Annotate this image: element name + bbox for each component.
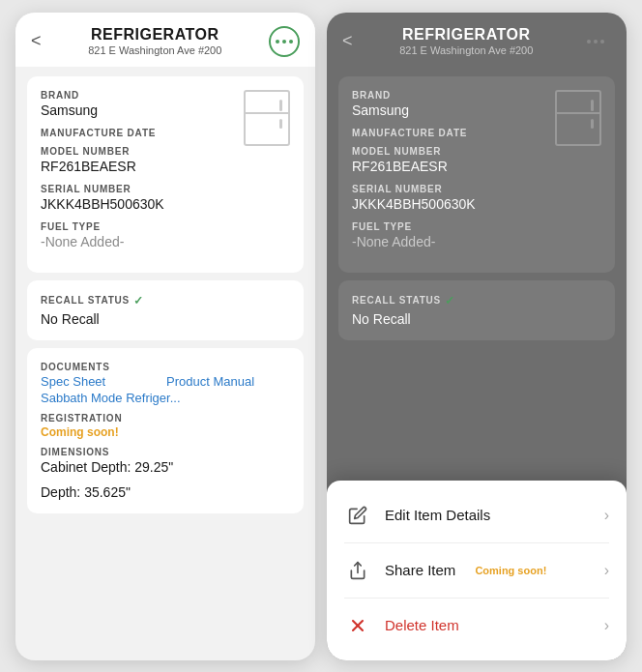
share-chevron: ›: [604, 562, 609, 579]
right-recall-label: RECALL STATUS ✓: [352, 294, 601, 307]
product-manual-link[interactable]: Product Manual: [166, 374, 290, 389]
share-label: Share Item: [385, 562, 455, 578]
right-back-button[interactable]: <: [342, 31, 353, 51]
right-model-value: RF261BEAESR: [352, 159, 601, 174]
share-badge: Coming soon!: [475, 565, 546, 576]
fridge-handle-bottom: [279, 119, 282, 129]
dot1: [276, 40, 279, 44]
right-header: < REFRIGERATOR 821 E Washington Ave #200: [327, 13, 627, 67]
documents-card: DOCUMENTS Spec Sheet Product Manual Sabb…: [27, 348, 304, 513]
brand-label: BRAND: [41, 90, 234, 101]
doc-links: Spec Sheet Product Manual Sabbath Mode R…: [41, 374, 290, 405]
r-dot2: [594, 40, 598, 44]
action-menu: Edit Item Details › Share Item Coming so…: [327, 481, 627, 660]
right-brand-value: Samsung: [352, 102, 545, 118]
edit-item-action[interactable]: Edit Item Details ›: [327, 488, 627, 542]
right-recall-check: ✓: [445, 294, 455, 307]
left-header: < REFRIGERATOR 821 E Washington Ave #200: [15, 13, 315, 67]
right-appliance-details: BRAND Samsung MANUFACTURE DATE: [352, 90, 545, 140]
edit-item-left: Edit Item Details: [344, 502, 490, 529]
appliance-details: BRAND Samsung MANUFACTURE DATE: [41, 90, 234, 140]
dot2: [282, 40, 286, 44]
delete-label: Delete Item: [385, 617, 459, 633]
delete-icon: [344, 612, 371, 639]
right-fridge-icon: [555, 90, 601, 146]
left-content: BRAND Samsung MANUFACTURE DATE MODEL NUM…: [15, 67, 315, 660]
right-menu-dots: [587, 40, 604, 44]
recall-check: ✓: [133, 294, 144, 307]
edit-label: Edit Item Details: [385, 507, 490, 523]
right-serial-label: SERIAL NUMBER: [352, 184, 601, 194]
recall-value: No Recall: [41, 311, 290, 327]
right-manufacture-label: MANUFACTURE DATE: [352, 128, 545, 138]
spec-sheet-link[interactable]: Spec Sheet: [41, 374, 164, 389]
model-label: MODEL NUMBER: [41, 146, 290, 157]
appliance-row: BRAND Samsung MANUFACTURE DATE: [41, 90, 290, 146]
right-serial-value: JKKK4BBH500630K: [352, 196, 601, 212]
fuel-value: -None Added-: [41, 234, 290, 249]
appliance-info-card: BRAND Samsung MANUFACTURE DATE MODEL NUM…: [27, 76, 304, 273]
r-dot3: [600, 40, 604, 44]
right-fuel-value: -None Added-: [352, 234, 601, 249]
left-header-center: REFRIGERATOR 821 E Washington Ave #200: [42, 26, 269, 56]
share-item-left: Share Item Coming soon!: [344, 557, 546, 584]
manufacture-label: MANUFACTURE DATE: [41, 128, 234, 138]
registration-label: REGISTRATION: [41, 413, 290, 424]
edit-icon: [344, 502, 371, 529]
registration-value: Coming soon!: [41, 425, 290, 439]
delete-item-action[interactable]: Delete Item ›: [327, 599, 627, 653]
right-subtitle: 821 E Washington Ave #200: [353, 44, 580, 56]
share-icon: [344, 557, 371, 584]
delete-chevron: ›: [604, 617, 609, 634]
edit-chevron: ›: [604, 507, 609, 524]
dimensions-label: DIMENSIONS: [41, 447, 290, 457]
right-phone: < REFRIGERATOR 821 E Washington Ave #200…: [327, 13, 627, 660]
right-model-label: MODEL NUMBER: [352, 146, 601, 157]
model-value: RF261BEAESR: [41, 159, 290, 174]
left-back-button[interactable]: <: [31, 31, 42, 51]
recall-card: RECALL STATUS ✓ No Recall: [27, 280, 304, 340]
left-menu-dots: [276, 40, 293, 44]
fridge-handle-top: [279, 100, 282, 111]
dot3: [289, 40, 293, 44]
right-appliance-row: BRAND Samsung MANUFACTURE DATE: [352, 90, 601, 146]
left-title: REFRIGERATOR: [42, 26, 269, 44]
right-recall-value: No Recall: [352, 311, 601, 327]
serial-label: SERIAL NUMBER: [41, 184, 290, 194]
fridge-icon: [244, 90, 290, 146]
right-appliance-card: BRAND Samsung MANUFACTURE DATE MODEL NUM…: [338, 76, 615, 273]
right-fridge-handle-bottom: [591, 119, 594, 129]
share-item-action[interactable]: Share Item Coming soon! ›: [327, 543, 627, 598]
left-phone: < REFRIGERATOR 821 E Washington Ave #200…: [15, 13, 315, 660]
delete-item-left: Delete Item: [344, 612, 459, 639]
dimensions-value: Cabinet Depth: 29.25": [41, 459, 290, 475]
sabbath-mode-link[interactable]: Sabbath Mode Refriger...: [41, 391, 290, 405]
right-fridge-handle-top: [591, 100, 594, 111]
right-menu-button[interactable]: [580, 26, 611, 57]
right-fuel-label: FUEL TYPE: [352, 221, 601, 232]
right-brand-label: BRAND: [352, 90, 545, 101]
dimensions-value2: Depth: 35.625": [41, 484, 290, 500]
left-menu-button[interactable]: [269, 26, 300, 57]
right-header-center: REFRIGERATOR 821 E Washington Ave #200: [353, 26, 580, 56]
fuel-label: FUEL TYPE: [41, 221, 290, 232]
r-dot1: [587, 40, 591, 44]
left-subtitle: 821 E Washington Ave #200: [42, 44, 269, 56]
right-title: REFRIGERATOR: [353, 26, 580, 44]
serial-value: JKKK4BBH500630K: [41, 196, 290, 212]
right-recall-card: RECALL STATUS ✓ No Recall: [338, 280, 615, 340]
brand-value: Samsung: [41, 102, 234, 118]
recall-label: RECALL STATUS ✓: [41, 294, 290, 307]
documents-label: DOCUMENTS: [41, 362, 290, 372]
